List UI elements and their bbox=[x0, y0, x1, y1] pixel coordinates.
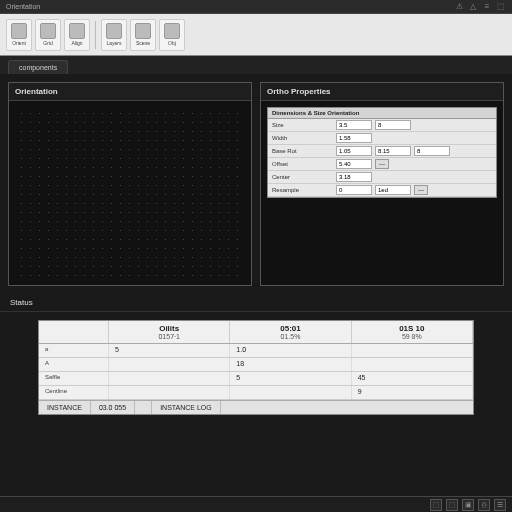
ribbon-grid-button[interactable]: Grid bbox=[35, 19, 61, 51]
status-btn-4[interactable]: ⎙ bbox=[478, 499, 490, 511]
prop-input[interactable] bbox=[336, 185, 372, 195]
table-cell[interactable]: 45 bbox=[352, 372, 473, 385]
prop-input[interactable] bbox=[336, 146, 372, 156]
status-btn-1[interactable]: ⬚ bbox=[430, 499, 442, 511]
prop-input[interactable] bbox=[375, 120, 411, 130]
table-cell[interactable]: 5 bbox=[109, 344, 230, 357]
ribbon-sep bbox=[95, 21, 96, 49]
prop-val: — bbox=[332, 184, 496, 196]
footer-cell: 03.0 055 bbox=[91, 401, 135, 414]
scene-icon bbox=[135, 23, 151, 39]
stepper-button[interactable]: — bbox=[414, 185, 428, 195]
panel-right-title: Ortho Properties bbox=[261, 83, 503, 101]
panel-left: Orientation bbox=[8, 82, 252, 286]
prop-row: Center bbox=[268, 171, 496, 184]
table-cell[interactable] bbox=[109, 358, 230, 371]
prop-key: Offset bbox=[268, 160, 332, 168]
col-header: 05:0101.5% bbox=[230, 321, 351, 343]
footer-cell: INSTANCE bbox=[39, 401, 91, 414]
prop-key: Width bbox=[268, 134, 332, 142]
prop-input[interactable] bbox=[336, 172, 372, 182]
table-cell[interactable]: 1.0 bbox=[230, 344, 351, 357]
status-btn-2[interactable]: ⬚ bbox=[446, 499, 458, 511]
properties-card-header: Dimensions & Size Orientation bbox=[268, 108, 496, 119]
lower-title: Status bbox=[0, 294, 512, 312]
app-title: Orientation bbox=[6, 3, 40, 10]
prop-row: Resample— bbox=[268, 184, 496, 197]
data-sheet: Oilits0157·105:0101.5%01S 1059 8% a51.0A… bbox=[38, 320, 474, 415]
properties-card: Dimensions & Size Orientation SizeWidthB… bbox=[267, 107, 497, 198]
tab-components[interactable]: components bbox=[8, 60, 68, 74]
prop-key: Base Rot bbox=[268, 147, 332, 155]
prop-val bbox=[332, 145, 496, 157]
prop-row: Size bbox=[268, 119, 496, 132]
table-cell[interactable]: 18 bbox=[230, 358, 351, 371]
ribbon-orient-button[interactable]: Orient bbox=[6, 19, 32, 51]
prop-key: Size bbox=[268, 121, 332, 129]
footer-cell bbox=[135, 401, 152, 414]
ribbon-scene-button[interactable]: Scene bbox=[130, 19, 156, 51]
table-cell[interactable]: 5 bbox=[230, 372, 351, 385]
warn-icon: ⚠ bbox=[454, 2, 464, 12]
col-header: 01S 1059 8% bbox=[352, 321, 473, 343]
statusbar: ⬚ ⬚ ▣ ⎙ ☰ bbox=[0, 496, 512, 512]
layers-icon bbox=[106, 23, 122, 39]
grid-icon bbox=[40, 23, 56, 39]
prop-val: — bbox=[332, 158, 496, 170]
prop-key: Resample bbox=[268, 186, 332, 194]
status-btn-5[interactable]: ☰ bbox=[494, 499, 506, 511]
table-row: A18 bbox=[39, 358, 473, 372]
table-cell[interactable] bbox=[109, 372, 230, 385]
align-icon bbox=[69, 23, 85, 39]
table-cell[interactable] bbox=[352, 344, 473, 357]
panel-right: Ortho Properties Dimensions & Size Orien… bbox=[260, 82, 504, 286]
prop-input[interactable] bbox=[375, 146, 411, 156]
menu-icon[interactable]: ≡ bbox=[482, 2, 492, 12]
prop-key: Center bbox=[268, 173, 332, 181]
prop-row: Offset— bbox=[268, 158, 496, 171]
ribbon-layers-button[interactable]: Layers bbox=[101, 19, 127, 51]
table-cell[interactable] bbox=[352, 358, 473, 371]
table-row: Centline9 bbox=[39, 386, 473, 400]
prop-input[interactable] bbox=[336, 133, 372, 143]
table-row: a51.0 bbox=[39, 344, 473, 358]
table-row: Saffle545 bbox=[39, 372, 473, 386]
prop-input[interactable] bbox=[336, 120, 372, 130]
box-icon[interactable]: ⬚ bbox=[496, 2, 506, 12]
status-btn-3[interactable]: ▣ bbox=[462, 499, 474, 511]
table-cell[interactable]: 9 bbox=[352, 386, 473, 399]
prop-input[interactable] bbox=[375, 185, 411, 195]
prop-input[interactable] bbox=[414, 146, 450, 156]
tabstrip: components bbox=[0, 56, 512, 74]
prop-row: Base Rot bbox=[268, 145, 496, 158]
prop-input[interactable] bbox=[336, 159, 372, 169]
prop-val bbox=[332, 119, 496, 131]
prop-row: Width bbox=[268, 132, 496, 145]
prop-val bbox=[332, 171, 496, 183]
table-cell[interactable] bbox=[230, 386, 351, 399]
panel-left-title: Orientation bbox=[9, 83, 251, 101]
tri-icon: △ bbox=[468, 2, 478, 12]
ribbon-obj-button[interactable]: Obj bbox=[159, 19, 185, 51]
prop-val bbox=[332, 132, 496, 144]
footer-cell: INSTANCE LOG bbox=[152, 401, 221, 414]
ribbon: Orient Grid Align Layers Scene Obj bbox=[0, 14, 512, 56]
design-canvas[interactable] bbox=[15, 107, 245, 279]
stepper-button[interactable]: — bbox=[375, 159, 389, 169]
table-cell[interactable] bbox=[109, 386, 230, 399]
ribbon-align-button[interactable]: Align bbox=[64, 19, 90, 51]
col-header: Oilits0157·1 bbox=[109, 321, 230, 343]
obj-icon bbox=[164, 23, 180, 39]
top-indicators: ⚠ △ ≡ ⬚ bbox=[454, 2, 506, 12]
orient-icon bbox=[11, 23, 27, 39]
